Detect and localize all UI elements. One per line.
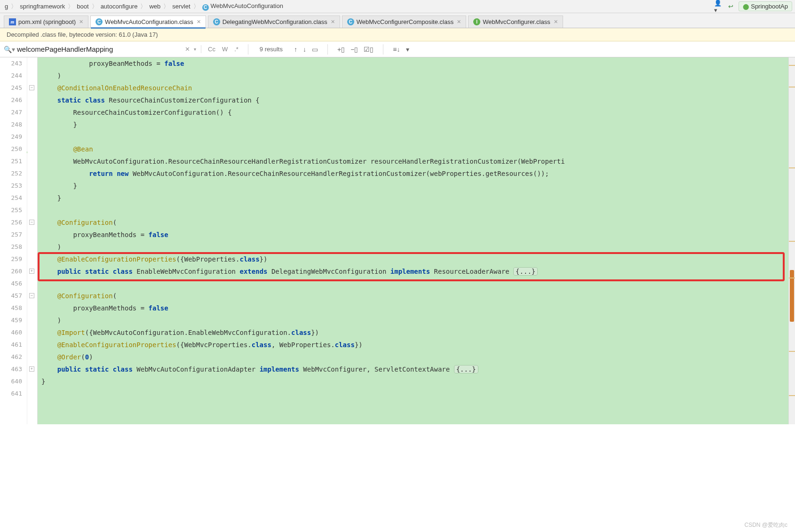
close-tab-icon[interactable]: ✕ xyxy=(331,19,335,25)
scrollbar-mark[interactable] xyxy=(789,65,795,66)
code-line[interactable]: @Configuration( xyxy=(38,216,788,229)
code-line[interactable] xyxy=(38,278,788,290)
fold-toggle[interactable]: + xyxy=(29,366,34,372)
code-line[interactable]: WebMvcAutoConfiguration.ResourceChainRes… xyxy=(38,155,788,167)
class-icon: C xyxy=(95,18,103,25)
fold-toggle[interactable]: − xyxy=(29,220,34,225)
filter-icon[interactable]: ▾ xyxy=(403,44,412,55)
breadcrumb-item[interactable]: springframework xyxy=(18,3,67,10)
code-line[interactable]: @EnableConfigurationProperties({WebMvcPr… xyxy=(38,339,788,351)
run-target-selector[interactable]: ⬤SpringbootAp xyxy=(739,1,792,11)
add-selection-icon[interactable]: +▯ xyxy=(334,44,348,55)
line-number: 256 xyxy=(0,216,22,229)
code-line[interactable]: @EnableConfigurationProperties({WebPrope… xyxy=(38,253,788,265)
scrollbar-mark[interactable] xyxy=(789,241,795,242)
scrollbar-mark[interactable] xyxy=(789,167,795,168)
breadcrumb-item[interactable]: boot xyxy=(75,3,90,10)
tab-label: pom.xml (springboot) xyxy=(18,18,76,25)
find-input[interactable] xyxy=(17,45,183,53)
match-case-toggle[interactable]: Cc xyxy=(205,44,218,54)
fold-column: −−+−+ xyxy=(27,57,38,424)
fold-toggle[interactable]: − xyxy=(29,293,34,298)
line-number: 253 xyxy=(0,180,22,192)
find-result-count: 9 results xyxy=(255,46,287,53)
code-line[interactable]: proxyBeanMethods = false xyxy=(38,229,788,241)
class-icon: C xyxy=(347,18,354,25)
fold-toggle[interactable]: + xyxy=(29,269,34,274)
whole-word-toggle[interactable]: W xyxy=(219,44,231,54)
line-number: 250◑ xyxy=(0,143,22,155)
editor-tab[interactable]: CDelegatingWebMvcConfiguration.class✕ xyxy=(208,16,340,28)
line-number: 456 xyxy=(0,278,22,290)
history-icon[interactable]: ▾ xyxy=(192,47,198,52)
editor-tab[interactable]: CWebMvcAutoConfiguration.class✕ xyxy=(90,16,206,28)
columns-icon[interactable]: ≡↓ xyxy=(390,44,403,55)
code-line[interactable]: @ConditionalOnEnabledResourceChain xyxy=(38,82,788,94)
prev-match-button[interactable]: ↑ xyxy=(291,44,300,55)
line-number: 252 xyxy=(0,167,22,180)
line-number: 243 xyxy=(0,57,22,70)
code-line[interactable]: } xyxy=(38,119,788,131)
breadcrumb-item[interactable]: autoconfigure xyxy=(99,3,140,10)
code-line[interactable]: static class ResourceChainCustomizerConf… xyxy=(38,94,788,106)
code-line[interactable]: } xyxy=(38,180,788,192)
editor-tab[interactable]: CWebMvcConfigurerComposite.class✕ xyxy=(342,16,466,28)
editor-tab[interactable]: IWebMvcConfigurer.class✕ xyxy=(468,16,563,28)
search-icon: 🔍▾ xyxy=(4,46,15,53)
back-arrow-icon[interactable]: ↩ xyxy=(726,2,735,11)
next-match-button[interactable]: ↓ xyxy=(300,44,309,55)
close-tab-icon[interactable]: ✕ xyxy=(554,19,558,25)
vertical-scrollbar[interactable] xyxy=(788,57,795,424)
scrollbar-mark[interactable] xyxy=(789,395,795,396)
scrollbar-mark[interactable] xyxy=(789,351,795,352)
scrollbar-mark[interactable] xyxy=(789,87,795,87)
code-line[interactable]: public static class EnableWebMvcConfigur… xyxy=(38,265,788,278)
maven-icon: m xyxy=(9,18,16,25)
breadcrumb-item[interactable]: web xyxy=(147,3,162,10)
code-line[interactable]: @Bean xyxy=(38,143,788,155)
code-editor[interactable]: 243244245246247248249250◑251252253254255… xyxy=(0,57,795,424)
code-line[interactable] xyxy=(38,131,788,143)
line-number: 247 xyxy=(0,106,22,119)
code-line[interactable]: @Import({WebMvcAutoConfiguration.EnableW… xyxy=(38,326,788,339)
code-line[interactable]: proxyBeanMethods = false xyxy=(38,57,788,70)
line-number: 461 xyxy=(0,339,22,351)
line-number: 258 xyxy=(0,241,22,253)
code-line[interactable]: } xyxy=(38,192,788,204)
code-line[interactable]: ) xyxy=(38,314,788,326)
code-line[interactable]: ) xyxy=(38,241,788,253)
code-line[interactable]: @Configuration( xyxy=(38,290,788,302)
code-area[interactable]: proxyBeanMethods = false ) @ConditionalO… xyxy=(38,57,788,424)
tab-label: WebMvcConfigurer.class xyxy=(483,18,550,25)
breadcrumb-item[interactable]: g xyxy=(3,3,10,10)
line-number: 248 xyxy=(0,119,22,131)
code-line[interactable]: ResourceChainCustomizerConfiguration() { xyxy=(38,106,788,119)
chevron-right-icon: 〉 xyxy=(139,2,147,11)
close-tab-icon[interactable]: ✕ xyxy=(457,19,461,25)
decompiled-notice: Decompiled .class file, bytecode version… xyxy=(0,28,795,41)
editor-tab[interactable]: mpom.xml (springboot)✕ xyxy=(4,16,88,28)
user-icon[interactable]: 👤▾ xyxy=(714,2,723,11)
select-all-icon[interactable]: ☑▯ xyxy=(361,44,376,55)
code-line[interactable]: } xyxy=(38,375,788,388)
code-line[interactable]: public static class WebMvcAutoConfigurat… xyxy=(38,363,788,375)
code-line[interactable] xyxy=(38,388,788,400)
breadcrumb-item[interactable]: servlet xyxy=(170,3,192,10)
line-number: 463 xyxy=(0,363,22,375)
code-line[interactable]: return new WebMvcAutoConfiguration.Resou… xyxy=(38,167,788,180)
code-line[interactable]: proxyBeanMethods = false xyxy=(38,302,788,314)
clear-icon[interactable]: ✕ xyxy=(183,46,192,53)
editor-tabs: mpom.xml (springboot)✕CWebMvcAutoConfigu… xyxy=(0,13,795,28)
line-number: 259 xyxy=(0,253,22,265)
fold-toggle[interactable]: − xyxy=(29,85,34,90)
breadcrumb-current[interactable]: CWebMvcAutoConfiguration xyxy=(200,2,285,11)
remove-selection-icon[interactable]: −▯ xyxy=(348,44,361,55)
code-line[interactable]: @Order(0) xyxy=(38,351,788,363)
code-line[interactable]: ) xyxy=(38,70,788,82)
close-tab-icon[interactable]: ✕ xyxy=(79,19,83,25)
code-line[interactable] xyxy=(38,204,788,216)
scrollbar-mark[interactable] xyxy=(789,278,795,278)
close-tab-icon[interactable]: ✕ xyxy=(197,19,201,25)
select-occurrence-button[interactable]: ▭ xyxy=(309,44,321,55)
regex-toggle[interactable]: .* xyxy=(231,44,241,54)
